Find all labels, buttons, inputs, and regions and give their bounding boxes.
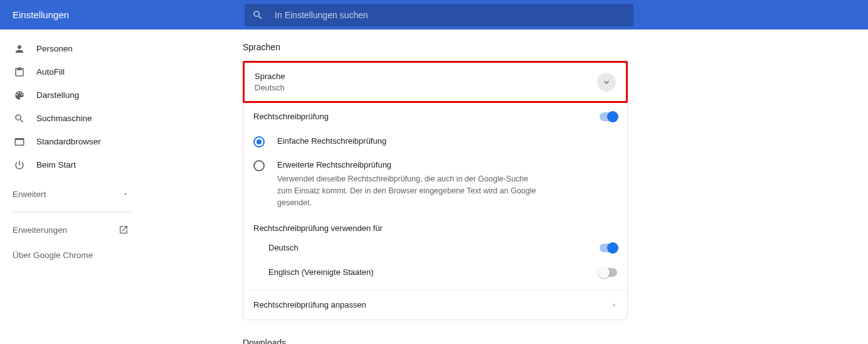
languages-card: Sprache Deutsch Rechtschreibprüfung Einf… [243,61,628,320]
sidebar-item-label: Suchmaschine [36,114,92,123]
app-header: Einstellungen In Einstellungen suchen [0,0,868,30]
palette-icon [14,90,36,101]
spellcheck-toggle[interactable] [600,112,617,121]
sidebar-item-search-engine[interactable]: Suchmaschine [0,107,141,130]
spellcheck-use-for-title: Rechtschreibprüfung verwenden für [243,215,627,235]
sidebar-item-label: Personen [36,44,73,53]
search-icon [252,9,263,21]
radio-selected[interactable] [253,136,265,148]
person-icon [14,43,36,55]
search-input[interactable]: In Einstellungen suchen [245,4,633,26]
language-row[interactable]: Sprache Deutsch [243,61,628,103]
sidebar-item-label: AutoFill [36,67,65,77]
sidebar-item-label: Beim Start [36,160,76,169]
radio-label: Einfache Rechtschreibprüfung [277,136,386,146]
language-value: Deutsch [255,83,285,92]
sidebar-advanced-label: Erweitert [13,190,46,199]
sidebar-item-label: Standardbrowser [36,137,101,146]
search-icon [14,113,36,124]
spellcheck-row: Rechtschreibprüfung [243,103,627,130]
caret-down-icon [122,191,129,197]
lang-toggle-english[interactable] [600,268,617,277]
sidebar-about-label: Über Google Chrome [13,250,93,260]
lang-label: Englisch (Vereinigte Staaten) [268,267,374,277]
spellcheck-lang-german: Deutsch [243,235,627,260]
customize-spellcheck-row[interactable]: Rechtschreibprüfung anpassen [243,289,627,320]
browser-icon [14,136,36,148]
external-link-icon [119,225,129,235]
search-placeholder: In Einstellungen suchen [275,10,368,20]
sidebar-item-default-browser[interactable]: Standardbrowser [0,130,141,153]
language-label: Sprache [255,72,285,81]
sidebar: Personen AutoFill Darstellung Suchmaschi… [0,30,141,344]
page-title: Einstellungen [13,9,69,20]
spellcheck-title: Rechtschreibprüfung [253,112,329,121]
sidebar-item-autofill[interactable]: AutoFill [0,60,141,83]
chevron-down-icon [601,77,611,87]
divider [13,212,132,212]
lang-toggle-german[interactable] [600,244,617,252]
clipboard-icon [14,67,36,78]
section-title-downloads: Downloads [243,338,868,344]
sidebar-extensions-label: Erweiterungen [13,225,67,235]
spellcheck-option-basic[interactable]: Einfache Rechtschreibprüfung [243,130,627,154]
power-icon [14,159,36,171]
radio-unselected[interactable] [253,160,265,171]
sidebar-item-on-startup[interactable]: Beim Start [0,153,141,176]
section-title-languages: Sprachen [243,42,868,52]
sidebar-item-appearance[interactable]: Darstellung [0,83,141,107]
sidebar-advanced[interactable]: Erweitert [0,181,141,207]
sidebar-item-people[interactable]: Personen [0,37,141,60]
chevron-right-icon [611,302,617,308]
sidebar-item-label: Darstellung [36,90,79,100]
lang-label: Deutsch [268,243,299,252]
customize-label: Rechtschreibprüfung anpassen [253,300,366,309]
sidebar-extensions[interactable]: Erweiterungen [0,217,141,242]
expand-language-button[interactable] [597,73,616,92]
radio-description: Verwendet dieselbe Rechtschreibprüfung, … [277,173,541,208]
spellcheck-option-enhanced[interactable]: Erweiterte Rechtschreibprüfung Verwendet… [243,154,627,215]
radio-label: Erweiterte Rechtschreibprüfung [277,160,541,169]
main-content: Sprachen Sprache Deutsch Rechtschreibprü… [141,30,868,344]
sidebar-about[interactable]: Über Google Chrome [0,242,141,267]
spellcheck-lang-english: Englisch (Vereinigte Staaten) [243,260,627,284]
